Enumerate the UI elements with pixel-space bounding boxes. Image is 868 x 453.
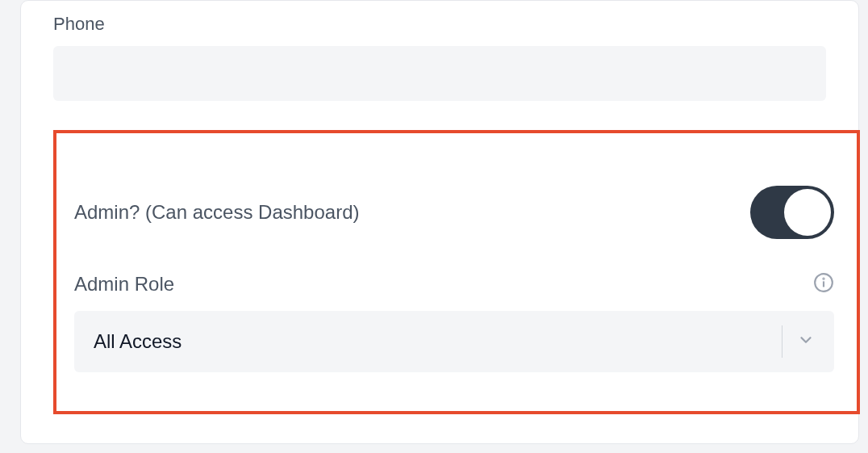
svg-point-2 xyxy=(823,279,824,279)
admin-role-header: Admin Role xyxy=(74,272,834,296)
admin-toggle-row: Admin? (Can access Dashboard) xyxy=(74,186,834,239)
admin-role-label: Admin Role xyxy=(74,273,174,296)
form-panel: Phone Admin? (Can access Dashboard) Admi… xyxy=(20,0,859,444)
phone-label: Phone xyxy=(53,14,826,35)
select-affordance xyxy=(782,311,815,372)
admin-toggle-label: Admin? (Can access Dashboard) xyxy=(74,201,360,224)
admin-role-section: Admin Role All Access xyxy=(74,272,834,372)
select-divider xyxy=(782,325,782,358)
admin-role-select[interactable]: All Access xyxy=(74,311,834,372)
info-icon[interactable] xyxy=(813,272,834,296)
chevron-down-icon xyxy=(797,331,815,352)
admin-toggle[interactable] xyxy=(750,186,834,239)
phone-input[interactable] xyxy=(53,46,826,101)
admin-role-selected-value: All Access xyxy=(94,330,182,353)
toggle-knob xyxy=(784,189,831,236)
